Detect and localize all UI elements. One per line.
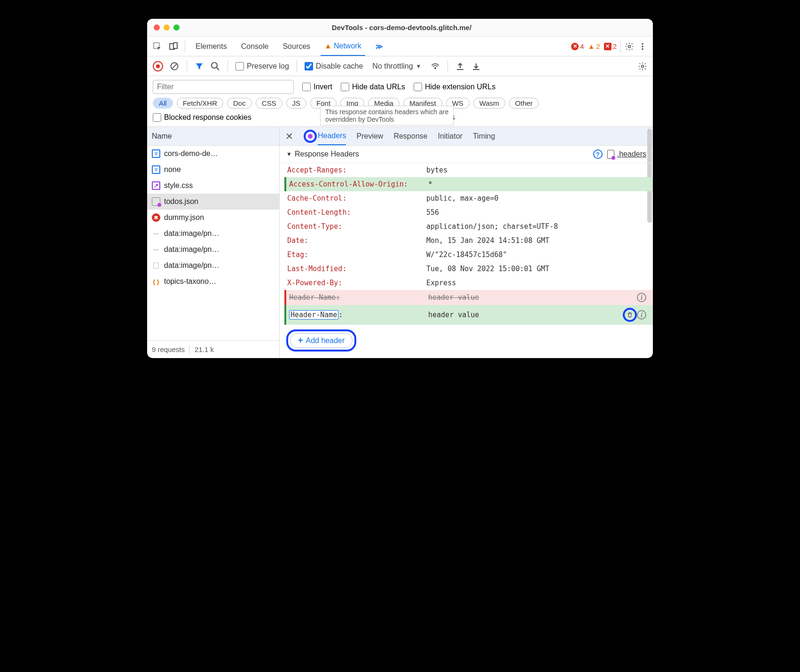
header-name: Etag: bbox=[287, 250, 426, 259]
header-name: Cache-Control: bbox=[287, 194, 426, 203]
disable-cache-checkbox[interactable]: Disable cache bbox=[305, 62, 363, 70]
detail-tab-headers[interactable]: Headers bbox=[318, 127, 346, 145]
tab-console[interactable]: Console bbox=[237, 37, 273, 56]
request-row[interactable]: todos.json bbox=[147, 194, 279, 210]
header-row: X-Powered-By:Express bbox=[284, 276, 653, 290]
device-icon[interactable] bbox=[169, 42, 178, 51]
svg-point-9 bbox=[212, 63, 217, 68]
tab-elements[interactable]: Elements bbox=[192, 37, 231, 56]
clear-icon[interactable] bbox=[170, 62, 179, 71]
network-settings-icon[interactable] bbox=[638, 62, 647, 71]
request-row[interactable]: data:image/pn… bbox=[147, 258, 279, 273]
info-icon[interactable]: i bbox=[637, 293, 646, 302]
response-headers-section-header[interactable]: ▼ Response Headers ? .headers bbox=[280, 146, 653, 163]
close-detail-icon[interactable]: ✕ bbox=[285, 131, 293, 142]
warnings-badge[interactable]: ▲2 bbox=[588, 42, 600, 50]
request-list: ≡cors-demo-de…≡none↗style.csstodos.jsond… bbox=[147, 146, 279, 340]
override-tooltip: This response contains headers which are… bbox=[320, 106, 454, 125]
header-name-input[interactable]: Header-Name bbox=[289, 310, 338, 320]
file-icon bbox=[152, 261, 160, 270]
more-tabs-button[interactable]: ≫ bbox=[372, 37, 387, 56]
kebab-menu-icon[interactable] bbox=[638, 42, 647, 51]
header-name: Header-Name: bbox=[289, 293, 428, 302]
header-value: 556 bbox=[426, 208, 646, 217]
svg-rect-2 bbox=[173, 43, 177, 48]
svg-line-8 bbox=[172, 63, 177, 69]
type-chip-all[interactable]: All bbox=[153, 98, 173, 109]
help-icon[interactable]: ? bbox=[593, 149, 603, 159]
network-conditions-icon[interactable] bbox=[431, 62, 440, 71]
detail-tab-timing[interactable]: Timing bbox=[473, 127, 495, 145]
file-icon bbox=[152, 197, 160, 206]
request-name: style.css bbox=[164, 181, 193, 190]
tab-network[interactable]: ▲ Network bbox=[321, 37, 365, 56]
type-chip-wasm[interactable]: Wasm bbox=[473, 98, 505, 109]
main-tab-strip: Elements Console Sources ▲ Network ≫ ✕4 … bbox=[147, 37, 653, 56]
request-row[interactable]: dummy.json bbox=[147, 210, 279, 226]
record-button[interactable] bbox=[153, 61, 163, 71]
preserve-log-checkbox[interactable]: Preserve log bbox=[235, 62, 289, 70]
search-icon[interactable] bbox=[211, 62, 220, 71]
header-row: Etag:W/"22c-18457c15d68" bbox=[284, 248, 653, 262]
svg-point-11 bbox=[435, 67, 436, 69]
issues-badge[interactable]: ✕2 bbox=[604, 42, 617, 50]
request-row[interactable]: —data:image/pn… bbox=[147, 226, 279, 242]
svg-point-4 bbox=[642, 43, 643, 45]
request-row[interactable]: ↗style.css bbox=[147, 178, 279, 194]
header-row: Cache-Control:public, max-age=0 bbox=[284, 191, 653, 205]
header-row: Header-Name:header valuei bbox=[284, 290, 653, 305]
inspect-icon[interactable] bbox=[153, 42, 162, 51]
add-header-button[interactable]: + Add header bbox=[290, 333, 353, 348]
minimize-window-icon[interactable] bbox=[164, 24, 170, 31]
headers-file-link[interactable]: .headers bbox=[607, 150, 646, 159]
disclosure-triangle-icon: ▼ bbox=[286, 151, 292, 157]
type-chip-other[interactable]: Other bbox=[509, 98, 539, 109]
type-chip-doc[interactable]: Doc bbox=[227, 98, 252, 109]
traffic-lights bbox=[154, 24, 180, 31]
close-window-icon[interactable] bbox=[154, 24, 160, 31]
info-icon[interactable]: i bbox=[637, 310, 646, 320]
svg-line-10 bbox=[217, 68, 219, 70]
hide-data-urls-checkbox[interactable]: Hide data URLs bbox=[341, 83, 405, 91]
type-chip-js[interactable]: JS bbox=[286, 98, 307, 109]
type-chip-fetchxhr[interactable]: Fetch/XHR bbox=[177, 98, 223, 109]
requests-column-header[interactable]: Name bbox=[147, 127, 279, 146]
invert-checkbox[interactable]: Invert bbox=[302, 83, 332, 91]
detail-tab-preview[interactable]: Preview bbox=[356, 127, 383, 145]
data-url-icon: — bbox=[152, 229, 160, 238]
header-row[interactable]: Header-Name:header valuei bbox=[284, 305, 653, 325]
type-chip-css[interactable]: CSS bbox=[256, 98, 282, 109]
request-row[interactable]: —data:image/pn… bbox=[147, 242, 279, 258]
file-icon bbox=[607, 150, 614, 159]
document-icon: ≡ bbox=[152, 165, 160, 174]
filter-input[interactable] bbox=[153, 80, 294, 94]
download-har-icon[interactable] bbox=[471, 62, 481, 71]
upload-har-icon[interactable] bbox=[455, 62, 465, 71]
filter-icon[interactable] bbox=[195, 62, 204, 71]
window-title: DevTools - cors-demo-devtools.glitch.me/ bbox=[185, 23, 618, 31]
network-split: Name ≡cors-demo-de…≡none↗style.csstodos.… bbox=[147, 127, 653, 358]
errors-badge[interactable]: ✕4 bbox=[571, 42, 584, 50]
header-name: Access-Control-Allow-Origin: bbox=[289, 180, 428, 188]
request-name: data:image/pn… bbox=[164, 245, 219, 254]
response-headers-list: Accept-Ranges:bytesAccess-Control-Allow-… bbox=[280, 163, 653, 325]
blocked-response-cookies-checkbox[interactable]: Blocked response cookies bbox=[153, 113, 251, 122]
svg-point-12 bbox=[642, 65, 644, 67]
request-name: dummy.json bbox=[164, 213, 204, 222]
header-row: Accept-Ranges:bytes bbox=[284, 163, 653, 177]
add-header-bar: + Add header bbox=[280, 325, 653, 358]
settings-icon[interactable] bbox=[625, 42, 634, 51]
request-row[interactable]: ≡none bbox=[147, 162, 279, 178]
header-value: Tue, 08 Nov 2022 15:00:01 GMT bbox=[426, 265, 646, 273]
hide-extension-urls-checkbox[interactable]: Hide extension URLs bbox=[414, 83, 495, 91]
zoom-window-icon[interactable] bbox=[173, 24, 180, 31]
request-row[interactable]: { }topics-taxono… bbox=[147, 273, 279, 289]
detail-tab-initiator[interactable]: Initiator bbox=[438, 127, 462, 145]
svg-point-5 bbox=[642, 46, 643, 47]
detail-tab-response[interactable]: Response bbox=[393, 127, 427, 145]
override-indicator-highlight bbox=[304, 130, 317, 143]
json-icon: { } bbox=[152, 277, 160, 286]
request-row[interactable]: ≡cors-demo-de… bbox=[147, 146, 279, 162]
throttling-select[interactable]: No throttling ▼ bbox=[369, 62, 424, 70]
tab-sources[interactable]: Sources bbox=[279, 37, 314, 56]
